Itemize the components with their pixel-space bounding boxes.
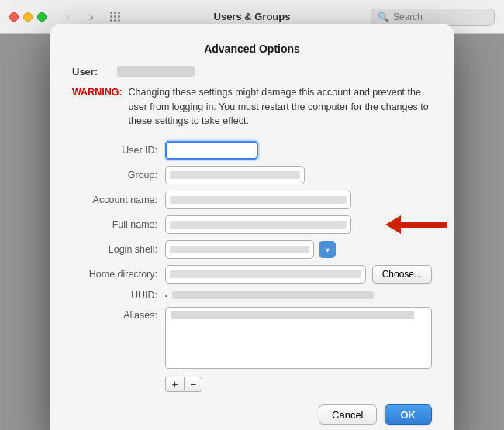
traffic-lights (9, 12, 47, 22)
home-directory-input-wrap (165, 265, 366, 284)
modal-overlay: Advanced Options User: WARNING: Changing… (0, 34, 504, 430)
user-label: User: (72, 66, 111, 77)
home-directory-label: Home directory: (72, 269, 165, 280)
group-value-blur (170, 171, 300, 179)
remove-alias-button[interactable]: − (184, 377, 202, 392)
alias-item-1 (171, 311, 414, 319)
login-shell-input-wrap (165, 240, 314, 259)
full-name-label: Full name: (72, 219, 165, 230)
login-shell-dropdown-button[interactable]: ▾ (319, 241, 336, 258)
ok-button[interactable]: OK (385, 404, 433, 425)
nav-buttons: ‹ › (59, 9, 101, 25)
login-shell-value-blur (170, 246, 309, 253)
full-name-value-blur (170, 221, 347, 229)
group-row: Group: (72, 166, 432, 184)
aliases-row: Aliases: (72, 307, 432, 369)
warning-text: Changing these settings might damage thi… (129, 85, 432, 129)
uuid-label: UUID: (72, 290, 165, 301)
modal-footer: Cancel OK (72, 404, 432, 425)
svg-marker-0 (385, 215, 447, 234)
advanced-options-dialog: Advanced Options User: WARNING: Changing… (50, 24, 454, 430)
background-area: Advanced Options User: WARNING: Changing… (0, 34, 504, 430)
full-name-row: Full name: (72, 215, 432, 234)
forward-button[interactable]: › (82, 9, 101, 25)
user-row: User: (72, 66, 432, 77)
group-wrap (165, 166, 305, 184)
dialog-title: Advanced Options (72, 43, 432, 55)
choose-button[interactable]: Choose... (372, 265, 432, 284)
home-directory-row: Home directory: Choose... (72, 265, 432, 284)
uuid-bullet: • (165, 292, 167, 299)
warning-label: WARNING: (72, 85, 123, 129)
grid-icon[interactable] (110, 12, 121, 22)
aliases-box[interactable] (165, 307, 432, 369)
aliases-inner (166, 308, 431, 325)
account-name-label: Account name: (72, 194, 165, 205)
cancel-button[interactable]: Cancel (319, 404, 376, 425)
uuid-blur (172, 291, 374, 299)
maximize-button[interactable] (37, 12, 47, 22)
aliases-label: Aliases: (72, 307, 165, 321)
red-arrow (385, 214, 447, 236)
add-alias-button[interactable]: + (165, 377, 184, 392)
search-input[interactable] (393, 12, 488, 22)
account-name-row: Account name: (72, 191, 432, 209)
user-id-row: User ID: (72, 141, 432, 160)
window-title: Users & Groups (214, 11, 291, 22)
uuid-value: • (165, 291, 374, 299)
search-icon: 🔍 (378, 12, 389, 22)
full-name-wrap (165, 215, 351, 234)
home-directory-value-blur (170, 270, 361, 278)
home-directory-controls: Choose... (165, 265, 432, 284)
user-id-input[interactable] (165, 141, 258, 160)
search-bar[interactable]: 🔍 (371, 9, 495, 26)
warning-box: WARNING: Changing these settings might d… (72, 85, 432, 129)
user-value (117, 66, 195, 77)
close-button[interactable] (9, 12, 19, 22)
login-shell-row: Login shell: ▾ (72, 240, 432, 259)
account-name-wrap (165, 191, 351, 209)
uuid-row: UUID: • (72, 290, 432, 301)
add-remove-controls: + − (165, 377, 432, 392)
account-name-value-blur (170, 196, 347, 204)
chevron-down-icon: ▾ (326, 246, 330, 254)
user-id-label: User ID: (72, 145, 165, 156)
user-id-wrap (165, 141, 258, 160)
group-label: Group: (72, 170, 165, 181)
login-shell-label: Login shell: (72, 244, 165, 255)
back-button[interactable]: ‹ (59, 9, 78, 25)
login-shell-wrap: ▾ (165, 240, 336, 259)
minimize-button[interactable] (23, 12, 33, 22)
